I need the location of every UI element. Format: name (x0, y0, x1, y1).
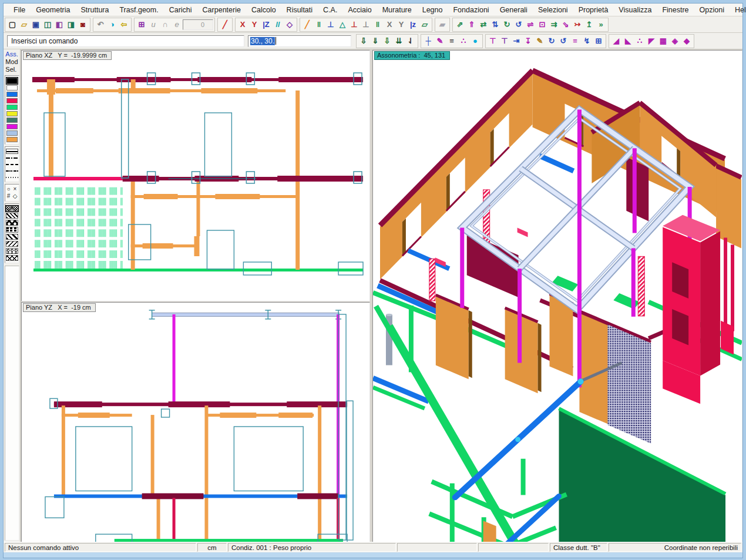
menu-item-propriet[interactable]: Proprietà (573, 5, 614, 15)
materials-icon[interactable]: ◙ (77, 19, 89, 31)
node-x-icon[interactable]: X (384, 19, 395, 31)
hatch-dash-rows[interactable] (6, 227, 18, 233)
rotate-copy-icon[interactable]: ↻ (501, 19, 513, 31)
project-icon[interactable]: ⇘ (560, 19, 572, 31)
delete-load-icon[interactable]: ⇃ (405, 35, 416, 47)
move-beams-icon[interactable]: ⇄ (478, 19, 489, 31)
hatch-cross-lattice[interactable] (6, 255, 18, 261)
element-button[interactable]: e (171, 19, 183, 31)
seismic-icon[interactable]: ↯ (581, 35, 593, 47)
line-style-dash-dot-dot[interactable] (6, 168, 18, 173)
check-points-icon[interactable]: ∴ (458, 35, 469, 47)
menu-item-legno[interactable]: Legno (417, 5, 448, 15)
generate-cone-icon[interactable]: ◣ (622, 35, 634, 47)
union-button[interactable]: u (147, 19, 159, 31)
align-icon[interactable]: ⇉ (548, 19, 560, 31)
undo-icon[interactable]: ↶ (95, 19, 106, 31)
draw-shell-icon[interactable]: △ (337, 19, 348, 31)
local-axes-icon[interactable]: ┼ (422, 35, 434, 47)
list-properties-icon[interactable]: ≡ (446, 35, 458, 47)
line-style-dashed[interactable] (6, 162, 18, 167)
duplicate-solid-icon[interactable]: ⊡ (536, 19, 548, 31)
color-swatch-7[interactable] (6, 124, 18, 129)
press-floor-icon[interactable]: ⊤ (487, 35, 499, 47)
menu-item-file[interactable]: File (8, 5, 31, 15)
viewport-plan-xz[interactable]: Piano XZ Y = -19.9999 cm (21, 50, 370, 301)
grid-marker[interactable]: # (7, 193, 11, 200)
viewport-axonometric[interactable]: Assonometria : 45, 131 (372, 50, 742, 542)
edit-mesh-icon[interactable]: ◧ (53, 19, 65, 31)
menu-item-opzioni[interactable]: Opzioni (694, 5, 730, 15)
snap-sphere-icon[interactable]: ● (469, 35, 481, 47)
hatch-weave[interactable] (6, 213, 18, 219)
coord-z-icon[interactable]: |Z (260, 19, 272, 31)
generate-mesh-icon[interactable]: ◈ (669, 35, 681, 47)
previous-view-icon[interactable]: ⇦ (118, 19, 130, 31)
move-nodes-icon[interactable]: ⇗ (454, 19, 466, 31)
viewport-axonometric-tab[interactable]: Assonometria : 45, 131 (374, 51, 450, 60)
step-field[interactable]: 0 (183, 19, 213, 30)
menu-item-help[interactable]: Help (730, 5, 746, 15)
rotate-load-icon[interactable]: ↻ (546, 35, 557, 47)
foundation-node-icon[interactable]: ⊥ (348, 19, 360, 31)
plan-xz-canvas[interactable] (22, 51, 369, 301)
axonometric-canvas[interactable] (373, 51, 742, 542)
beam-load-icon[interactable]: ⇓ (369, 35, 381, 47)
cross-marker[interactable]: × (14, 186, 17, 193)
hatch-zigzag[interactable] (6, 241, 18, 247)
undo-load-icon[interactable]: ↺ (557, 35, 569, 47)
load-vector-icon[interactable]: ⇥ (510, 35, 522, 47)
hatch-fine-checker[interactable] (6, 206, 18, 212)
copy-nodes-icon[interactable]: ⇑ (466, 19, 478, 31)
new-document-icon[interactable]: ▢ (6, 19, 18, 31)
open-folder-icon[interactable]: ▱ (18, 19, 30, 31)
draw-beam-icon[interactable]: ╱ (301, 19, 313, 31)
line-style-dotted[interactable] (6, 175, 18, 180)
generate-grid-icon[interactable]: ▦ (657, 35, 669, 47)
line-style-solid[interactable] (6, 149, 18, 154)
menu-item-carpenterie[interactable]: Carpenterie (197, 5, 246, 15)
paint-properties-icon[interactable]: ✎ (434, 35, 446, 47)
hatch-diagonal[interactable] (6, 234, 18, 240)
surface-load-icon[interactable]: ⇩ (381, 35, 393, 47)
scale-beams-icon[interactable]: ⇅ (489, 19, 501, 31)
lift-icon[interactable]: ↥ (583, 19, 595, 31)
converge-icon[interactable]: » (595, 19, 607, 31)
color-swatch-4[interactable] (6, 105, 18, 110)
layer-manager-icon[interactable]: ⊞ (136, 19, 147, 31)
draw-wall-icon[interactable]: ‖ (372, 19, 384, 31)
generate-prism-icon[interactable]: ◤ (646, 35, 657, 47)
coord-y-icon[interactable]: Y (248, 19, 260, 31)
dynamic-view-icon[interactable]: ◑ (106, 19, 118, 31)
nodal-load-icon[interactable]: ⇩ (358, 35, 369, 47)
view-mode-ass[interactable]: Ass. (5, 51, 18, 58)
save-icon[interactable]: ▣ (30, 19, 42, 31)
thermal-load-icon[interactable]: ⇊ (393, 35, 405, 47)
load-grid-icon[interactable]: ⊞ (593, 35, 604, 47)
join-icon[interactable]: ↣ (572, 19, 583, 31)
generate-shell-icon[interactable]: ◆ (681, 35, 693, 47)
menu-item-fondazioni[interactable]: Fondazioni (448, 5, 494, 15)
diamond-marker[interactable]: ◇ (13, 193, 18, 200)
rhombus-snap-icon[interactable]: ◇ (284, 19, 295, 31)
menu-item-c-a[interactable]: C.A. (318, 5, 342, 15)
viewport-plan-yz[interactable]: Piano YZ X = -19 cm (21, 302, 370, 542)
generate-solid-icon[interactable]: ◢ (610, 35, 622, 47)
intersection-button[interactable]: ∩ (159, 19, 171, 31)
circle-marker[interactable]: ○ (6, 186, 10, 193)
menu-item-struttura[interactable]: Struttura (76, 5, 115, 15)
draw-truss-icon[interactable]: ‖ (313, 19, 325, 31)
menu-item-geometria[interactable]: Geometria (31, 5, 75, 15)
load-list-icon[interactable]: ≡ (569, 35, 581, 47)
draw-line-icon[interactable]: ╱ (219, 19, 231, 31)
color-swatch-0[interactable] (6, 78, 18, 84)
menu-item-murature[interactable]: Murature (377, 5, 417, 15)
menu-item-visualizza[interactable]: Visualizza (613, 5, 657, 15)
mirror-icon[interactable]: ⇌ (525, 19, 536, 31)
hatch-circles[interactable] (6, 248, 18, 254)
edit-blocks-icon[interactable]: ◨ (65, 19, 77, 31)
load-down-icon[interactable]: ↧ (522, 35, 534, 47)
color-swatch-5[interactable] (6, 111, 18, 116)
color-swatch-6[interactable] (6, 118, 18, 123)
command-input[interactable]: 30., 30. (248, 35, 351, 47)
